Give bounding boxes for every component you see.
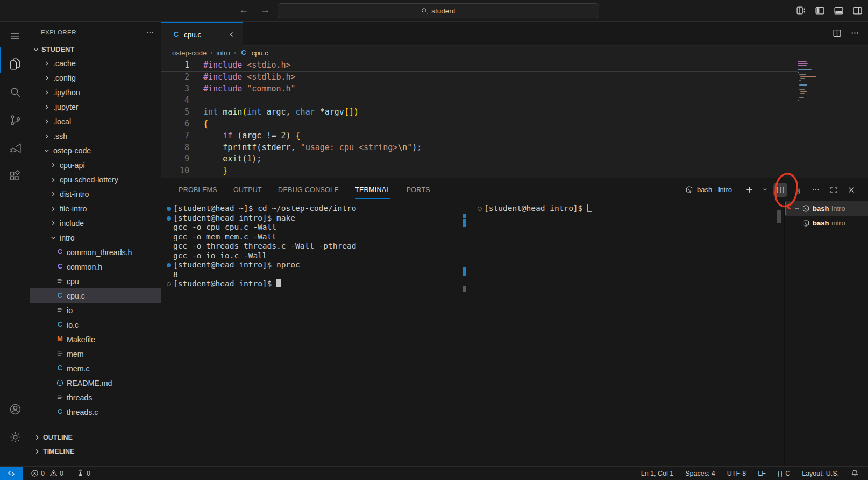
explorer-item-.config[interactable]: .config	[30, 70, 161, 85]
explorer-item-label: include	[60, 219, 84, 228]
explorer-item-.local[interactable]: .local	[30, 114, 161, 129]
nav-forward-icon[interactable]: →	[260, 4, 270, 16]
customize-layout-icon[interactable]	[796, 5, 806, 16]
explorer-item-ostep-code[interactable]: ostep-code	[30, 143, 161, 158]
kill-terminal-trash-icon[interactable]	[791, 183, 805, 197]
explorer-item-label: mem	[67, 350, 84, 358]
search-icon	[421, 8, 428, 15]
explorer-item-.cache[interactable]: .cache	[30, 56, 161, 70]
terminal-line: gcc -o io io.c -Wall	[161, 251, 463, 261]
panel-tab-terminal[interactable]: TERMINAL	[355, 178, 390, 201]
minimap[interactable]	[798, 61, 830, 102]
explorer-item-dist-intro[interactable]: dist-intro	[30, 187, 161, 201]
status-cursor-position[interactable]: Ln 1, Col 1	[637, 467, 677, 480]
code-line-9: 9 exit(1);	[161, 153, 798, 165]
toggle-panel-icon[interactable]	[834, 5, 844, 16]
status-eol[interactable]: LF	[754, 467, 770, 480]
explorer-item-.ssh[interactable]: .ssh	[30, 129, 161, 143]
status-language-mode[interactable]: {}C	[774, 467, 794, 480]
code-editor[interactable]: 1#include <stdio.h>2#include <stdlib.h>3…	[161, 60, 868, 178]
toggle-primary-sidebar-icon[interactable]	[815, 5, 825, 16]
status-encoding[interactable]: UTF-8	[723, 467, 750, 480]
search-view-icon[interactable]	[0, 78, 30, 106]
settings-gear-icon[interactable]	[0, 423, 30, 451]
explorer-item-threads.c[interactable]: Cthreads.c	[30, 405, 161, 419]
terminal-select[interactable]: bash - intro	[685, 186, 732, 194]
terminal-icon	[685, 186, 693, 194]
timeline-section[interactable]: TIMELINE	[30, 444, 161, 458]
explorer-item-cpu-api[interactable]: cpu-api	[30, 158, 161, 172]
explorer-item-threads[interactable]: threads	[30, 390, 161, 405]
nav-back-icon[interactable]: ←	[239, 4, 248, 16]
explorer-item-io.c[interactable]: Cio.c	[30, 317, 161, 332]
terminal-split-sash[interactable]	[467, 201, 467, 467]
overview-ruler	[859, 98, 859, 178]
search-value: student	[431, 7, 455, 15]
command-center-search[interactable]: student	[278, 3, 599, 18]
explorer-item-.ipython[interactable]: .ipython	[30, 85, 161, 100]
explorer-item-mem[interactable]: mem	[30, 347, 161, 361]
code-line-8: 8 fprintf(stderr, "usage: cpu <string>\n…	[161, 142, 798, 154]
explorer-item-cpu.c[interactable]: Ccpu.c	[30, 288, 161, 303]
accounts-icon[interactable]	[0, 395, 30, 423]
status-indentation[interactable]: Spaces: 4	[681, 467, 719, 480]
terminal-line: [student@head intro]$	[161, 279, 463, 289]
tab-cpu-c[interactable]: C cpu.c	[161, 22, 243, 46]
new-terminal-icon[interactable]	[742, 183, 756, 197]
panel-more-actions-icon[interactable]	[809, 183, 823, 197]
explorer-item-README.md[interactable]: README.md	[30, 376, 161, 390]
split-editor-icon[interactable]	[833, 29, 842, 38]
source-control-icon[interactable]	[0, 106, 30, 134]
explorer-item-cpu[interactable]: cpu	[30, 274, 161, 288]
editor-more-actions-icon[interactable]	[850, 29, 859, 38]
notifications-bell-icon[interactable]	[847, 467, 863, 480]
panel-tab-output[interactable]: OUTPUT	[233, 178, 262, 201]
panel-tab-ports[interactable]: PORTS	[407, 178, 430, 201]
maximize-panel-icon[interactable]	[827, 183, 841, 197]
explorer-item-io[interactable]: io	[30, 303, 161, 317]
explorer-item-cpu-sched-lottery[interactable]: cpu-sched-lottery	[30, 172, 161, 187]
remote-indicator[interactable]	[0, 467, 23, 480]
explorer-item-intro[interactable]: intro	[30, 230, 161, 245]
breadcrumb[interactable]: ostep-code› intro› C cpu.c	[161, 46, 868, 60]
problems-status[interactable]: 0 0	[27, 467, 67, 480]
extensions-icon[interactable]	[0, 162, 30, 190]
terminal-icon	[802, 219, 810, 227]
outline-section[interactable]: OUTLINE	[30, 430, 161, 444]
close-panel-icon[interactable]	[844, 183, 858, 197]
terminal-pane-left[interactable]: [student@head ~]$ cd ~/ostep-code/intro[…	[161, 204, 463, 289]
explorer-item-mem.c[interactable]: Cmem.c	[30, 361, 161, 376]
binary-file-icon	[56, 350, 64, 358]
chevron-right-icon	[43, 74, 51, 82]
run-debug-icon[interactable]	[0, 134, 30, 162]
menu-icon[interactable]	[0, 22, 30, 50]
explorer-item-label: cpu-api	[60, 161, 85, 170]
chevron-right-icon	[43, 60, 51, 67]
explorer-item-.jupyter[interactable]: .jupyter	[30, 100, 161, 114]
explorer-item-include[interactable]: include	[30, 216, 161, 230]
braces-icon: {}	[778, 470, 783, 477]
explorer-item-common_threads.h[interactable]: Ccommon_threads.h	[30, 245, 161, 259]
explorer-item-common.h[interactable]: Ccommon.h	[30, 259, 161, 274]
terminal-list-item-2[interactable]: bashintro	[785, 216, 868, 230]
sidebar-more-actions-icon[interactable]	[146, 28, 154, 37]
terminal-scrollbar-thumb[interactable]	[777, 210, 781, 223]
panel-tab-debug-console[interactable]: DEBUG CONSOLE	[278, 178, 339, 201]
ports-status[interactable]: 0	[73, 467, 94, 480]
terminal-list-item-1[interactable]: bashintro	[785, 201, 868, 216]
toggle-secondary-sidebar-icon[interactable]	[852, 5, 863, 16]
tab-close-icon[interactable]	[225, 29, 236, 40]
split-terminal-icon[interactable]	[773, 183, 787, 197]
terminal-dropdown-chevron-icon[interactable]	[760, 183, 770, 197]
workspace-section-header[interactable]: STUDENT	[30, 43, 161, 56]
panel-tab-problems[interactable]: PROBLEMS	[179, 178, 217, 201]
line-number: 10	[161, 165, 189, 177]
explorer-item-label: .ipython	[53, 88, 80, 97]
explorer-item-Makefile[interactable]: MMakefile	[30, 332, 161, 347]
explorer-item-file-intro[interactable]: file-intro	[30, 201, 161, 216]
command-success-decoration	[167, 216, 171, 221]
status-keyboard-layout[interactable]: Layout: U.S.	[798, 467, 843, 480]
explorer-icon[interactable]	[0, 50, 30, 78]
terminal-pane-right[interactable]: [student@head intro]$	[472, 204, 777, 214]
terminal-list-sash[interactable]	[784, 201, 785, 467]
